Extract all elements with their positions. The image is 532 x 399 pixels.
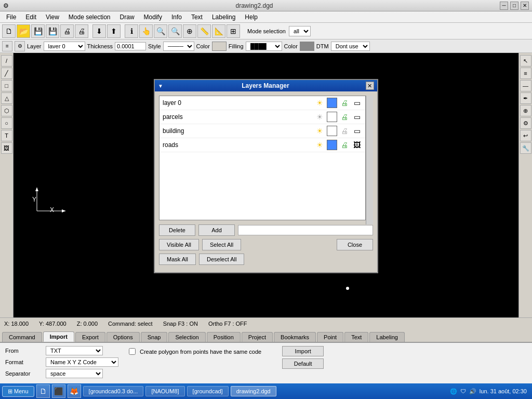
- menu-mode-selection[interactable]: Mode selection: [64, 12, 115, 22]
- save-button[interactable]: 💾: [31, 24, 45, 38]
- layer0-color[interactable]: [327, 98, 337, 108]
- minimize-button[interactable]: ─: [500, 2, 508, 10]
- left-rect-btn[interactable]: □: [1, 80, 12, 91]
- menu-modify[interactable]: Modify: [140, 12, 166, 22]
- taskbar-browser-btn[interactable]: 🦊: [68, 384, 81, 398]
- separator-combo[interactable]: space: [46, 369, 103, 378]
- new-button[interactable]: 🗋: [2, 24, 16, 38]
- mode-selection-combo[interactable]: all: [289, 26, 311, 36]
- menu-labeling[interactable]: Labeling: [208, 12, 240, 22]
- up-button[interactable]: ⬆: [107, 24, 121, 38]
- maximize-button[interactable]: □: [510, 2, 518, 10]
- tab-labeling[interactable]: Labeling: [369, 332, 405, 342]
- left-circle-btn[interactable]: ○: [1, 117, 12, 129]
- roads-color[interactable]: [327, 140, 337, 150]
- taskbar-terminal-btn[interactable]: ⬛: [52, 384, 65, 398]
- taskbar-files-btn[interactable]: 🗋: [36, 384, 50, 398]
- rt-dash-btn[interactable]: —: [520, 80, 531, 91]
- rt-cursor-btn[interactable]: ↖: [520, 55, 531, 66]
- layer-row-roads[interactable]: roads ☀ 🖨 🖼: [159, 138, 365, 152]
- roads-img-icon[interactable]: 🖼: [352, 140, 362, 150]
- menu-edit[interactable]: Edit: [21, 12, 41, 22]
- from-combo[interactable]: TXT: [46, 346, 103, 355]
- down-button[interactable]: ⬇: [92, 24, 106, 38]
- thickness-input[interactable]: [115, 42, 146, 50]
- color2-box[interactable]: [300, 42, 314, 51]
- close-dialog-button[interactable]: Close: [337, 239, 373, 250]
- tab-export[interactable]: Export: [75, 332, 105, 342]
- left-text-btn[interactable]: T: [1, 130, 12, 141]
- dtm-combo[interactable]: Dont use: [331, 42, 370, 51]
- roads-sun-icon[interactable]: ☀: [314, 140, 325, 150]
- style-combo[interactable]: ────: [163, 42, 194, 51]
- layer-row-parcels[interactable]: parcels ☀ 🖨 ▭: [159, 110, 365, 124]
- measure2-button[interactable]: 📐: [212, 24, 225, 38]
- tab-import[interactable]: Import: [43, 331, 74, 342]
- rt-lines-btn[interactable]: ≡: [520, 68, 531, 79]
- taskbar-menu[interactable]: ⊞ Menu: [2, 386, 34, 397]
- taskbar-item-0[interactable]: [groundcad0.3 do...: [83, 386, 144, 396]
- parcels-sun-icon[interactable]: ☀: [314, 112, 325, 122]
- grid-button[interactable]: ⊞: [227, 24, 240, 38]
- taskbar-item-2[interactable]: [groundcad]: [187, 386, 229, 396]
- open-button[interactable]: 📂: [17, 24, 30, 38]
- zoom-in-button[interactable]: 🔍: [154, 24, 167, 38]
- layer-row-layer0[interactable]: layer 0 ☀ 🖨 ▭: [159, 96, 365, 110]
- left-line-btn[interactable]: ╱: [1, 68, 12, 79]
- zoom-out-button[interactable]: 🔍: [168, 24, 182, 38]
- layer-icon-btn[interactable]: ≡: [2, 41, 12, 51]
- color-box[interactable]: [212, 42, 227, 51]
- taskbar-item-3[interactable]: drawing2.dgd: [231, 386, 276, 396]
- left-cursor-btn[interactable]: /: [1, 55, 12, 66]
- dialog-close-x-btn[interactable]: ✕: [366, 82, 374, 90]
- menu-info[interactable]: Info: [167, 12, 186, 22]
- layer0-rect-icon[interactable]: ▭: [352, 98, 362, 108]
- visible-all-button[interactable]: Visible All: [159, 239, 199, 250]
- rt-pen-btn[interactable]: ✒: [520, 92, 531, 104]
- tab-command[interactable]: Command: [2, 332, 42, 342]
- layer-combo[interactable]: laver 0: [44, 42, 85, 51]
- parcels-rect-icon[interactable]: ▭: [352, 112, 362, 122]
- layer0-print-icon[interactable]: 🖨: [339, 98, 350, 108]
- rt-plus-btn[interactable]: ⊕: [520, 105, 531, 116]
- menu-draw[interactable]: Draw: [116, 12, 139, 22]
- tab-selection[interactable]: Selection: [168, 332, 205, 342]
- rt-settings-btn[interactable]: ⚙: [520, 117, 531, 129]
- layer-list-scrollbar[interactable]: [366, 96, 373, 224]
- print2-button[interactable]: 🖨: [75, 24, 88, 38]
- close-button[interactable]: ✕: [521, 2, 529, 10]
- tab-text[interactable]: Text: [344, 332, 368, 342]
- building-color[interactable]: [327, 126, 337, 136]
- layer-name-input[interactable]: [238, 225, 373, 235]
- measure-button[interactable]: 📏: [197, 24, 211, 38]
- layer-row-building[interactable]: building ☀ 🖨 ▭: [159, 124, 365, 138]
- parcels-print-icon[interactable]: 🖨: [339, 112, 350, 122]
- filling-combo[interactable]: ████: [246, 42, 282, 51]
- save2-button[interactable]: 💾: [46, 24, 59, 38]
- import-button[interactable]: Import: [282, 346, 324, 356]
- parcels-color[interactable]: [327, 112, 337, 122]
- tab-snap[interactable]: Snap: [141, 332, 168, 342]
- format-combo[interactable]: Name X Y Z Code: [46, 357, 118, 367]
- left-image-btn[interactable]: 🖼: [1, 142, 12, 154]
- layer-settings-btn[interactable]: ⚙: [15, 41, 25, 51]
- tab-position[interactable]: Position: [207, 332, 241, 342]
- dialog-collapse-btn[interactable]: ▼: [158, 83, 163, 89]
- polygon-checkbox[interactable]: [129, 348, 136, 355]
- select-all-button[interactable]: Select All: [202, 239, 241, 250]
- rt-tool-btn[interactable]: 🔧: [520, 142, 531, 154]
- mask-all-button[interactable]: Mask All: [159, 254, 196, 265]
- menu-text[interactable]: Text: [187, 12, 207, 22]
- tab-point[interactable]: Point: [317, 332, 343, 342]
- roads-print-icon[interactable]: 🖨: [339, 140, 350, 150]
- tab-options[interactable]: Options: [107, 332, 140, 342]
- menu-help[interactable]: Help: [241, 12, 262, 22]
- print-button[interactable]: 🖨: [60, 24, 74, 38]
- default-button[interactable]: Default: [282, 358, 324, 369]
- menu-file[interactable]: File: [2, 12, 20, 22]
- building-sun-icon[interactable]: ☀: [314, 126, 325, 136]
- taskbar-item-1[interactable]: [NAOUM8]: [145, 386, 184, 396]
- rt-undo-btn[interactable]: ↩: [520, 130, 531, 141]
- tab-bookmarks[interactable]: Bookmarks: [274, 332, 316, 342]
- zoom-fit-button[interactable]: ⊕: [183, 24, 196, 38]
